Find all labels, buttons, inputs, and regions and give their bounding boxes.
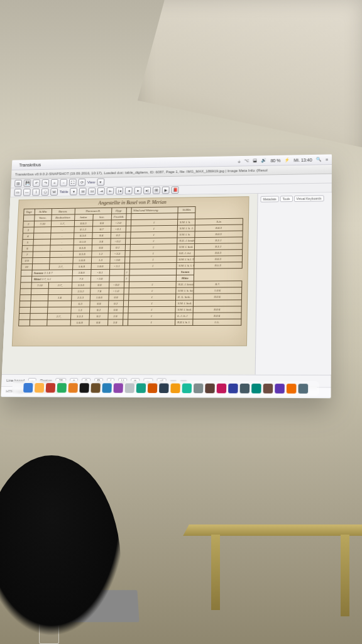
- baseline-tool-icon[interactable]: ⌇: [32, 189, 40, 196]
- add-col-icon[interactable]: ⊟: [88, 187, 96, 195]
- dock-app-18[interactable]: [228, 383, 238, 393]
- dock-app-16[interactable]: [205, 383, 215, 392]
- rotate-icon[interactable]: ⟳: [78, 179, 85, 186]
- projected-screen: Transkribus ⏚ ⌥ ⬓ 🔊 80 % ⚡ Mi. 13:40 🔍 ≡…: [1, 154, 332, 398]
- document-canvas[interactable]: Angestellte in Basel von P. Merian Tage …: [2, 194, 258, 375]
- app-menu[interactable]: Transkribus: [19, 162, 41, 167]
- wifi-icon[interactable]: ⏚: [238, 158, 241, 163]
- dock-app-23[interactable]: [286, 384, 296, 394]
- side-panel-tabs: Metadata Tools Virtual Keyboards: [260, 195, 329, 202]
- side-panel: Metadata Tools Virtual Keyboards: [255, 192, 332, 374]
- macos-dock: [12, 380, 319, 396]
- dock-app-20[interactable]: [251, 383, 261, 393]
- dock-app-11[interactable]: [147, 383, 157, 392]
- add-row-icon[interactable]: ⊞: [79, 188, 87, 196]
- wooden-desk: [186, 487, 362, 619]
- dock-app-12[interactable]: [159, 383, 169, 392]
- view-dropdown[interactable]: View: [87, 180, 96, 184]
- spotlight-icon[interactable]: 🔍: [316, 157, 322, 162]
- dock-app-13[interactable]: [170, 383, 180, 392]
- volume-icon[interactable]: 🔊: [261, 158, 266, 163]
- dock-app-2[interactable]: [45, 383, 55, 392]
- dock-app-0[interactable]: [23, 383, 33, 392]
- dock-app-15[interactable]: [193, 383, 203, 392]
- historical-document[interactable]: Angestellte in Basel von P. Merian Tage …: [11, 196, 249, 347]
- dock-app-8[interactable]: [113, 383, 123, 392]
- dock-app-3[interactable]: [57, 383, 67, 392]
- dock-app-7[interactable]: [102, 383, 112, 392]
- redo-icon[interactable]: ↷: [41, 179, 49, 187]
- dock-app-22[interactable]: [275, 384, 285, 394]
- dock-app-1[interactable]: [34, 383, 43, 392]
- fit-icon[interactable]: ⛶: [69, 179, 77, 186]
- dock-app-14[interactable]: [182, 383, 192, 392]
- nav-last-icon[interactable]: ▸|: [143, 187, 151, 194]
- tab-metadata[interactable]: Metadata: [260, 196, 278, 202]
- split-icon[interactable]: ⇥: [97, 187, 105, 195]
- table-dropdown[interactable]: Table: [60, 190, 69, 194]
- dock-app-9[interactable]: [124, 383, 134, 392]
- dock-app-24[interactable]: [298, 384, 308, 394]
- chevron-down-icon[interactable]: ▾: [70, 188, 77, 196]
- zoom-in-icon[interactable]: ＋: [51, 179, 58, 187]
- main-area: Angestellte in Basel von P. Merian Tage …: [2, 192, 332, 374]
- run-icon[interactable]: ▶: [162, 186, 170, 194]
- room-background: Transkribus ⏚ ⌥ ⬓ 🔊 80 % ⚡ Mi. 13:40 🔍 ≡…: [0, 0, 362, 644]
- zoom-out-icon[interactable]: －: [60, 179, 67, 187]
- dock-app-17[interactable]: [216, 383, 226, 393]
- battery-status[interactable]: 80 %: [270, 158, 280, 162]
- table-row[interactable]: 5.6.88.8 3.01N.E l. h. l1.5.: [18, 319, 241, 326]
- open-icon[interactable]: ▥: [14, 180, 22, 187]
- word-tool-icon[interactable]: W: [50, 188, 58, 196]
- save-icon[interactable]: 💾: [23, 180, 31, 187]
- dock-app-5[interactable]: [79, 383, 89, 392]
- notifications-icon[interactable]: ≡: [326, 157, 328, 162]
- charging-icon: ⚡: [284, 158, 290, 163]
- dock-app-21[interactable]: [263, 383, 273, 393]
- undo-icon[interactable]: ↶: [33, 179, 40, 187]
- dock-app-6[interactable]: [90, 383, 101, 392]
- dock-app-4[interactable]: [68, 383, 78, 392]
- nav-prev-icon[interactable]: ◂: [125, 187, 133, 194]
- ceiling-panel: [138, 0, 362, 167]
- nav-next-icon[interactable]: ▸: [134, 187, 142, 194]
- dock-app-10[interactable]: [136, 383, 146, 392]
- github-icon[interactable]: ⌥: [244, 158, 250, 164]
- menubar-status-area: ⏚ ⌥ ⬓ 🔊 80 % ⚡ Mi. 13:40 🔍 ≡: [238, 157, 328, 163]
- dock-app-19[interactable]: [239, 383, 250, 393]
- polygon-tool-icon[interactable]: ⬠: [41, 188, 49, 196]
- nav-first-icon[interactable]: |◂: [116, 187, 123, 195]
- tab-virtual-keyboards[interactable]: Virtual Keyboards: [293, 195, 324, 202]
- dropbox-icon[interactable]: ⬓: [253, 158, 257, 163]
- region-tool-icon[interactable]: ▭: [14, 189, 21, 196]
- line-tool-icon[interactable]: ―: [23, 189, 31, 196]
- document-table: Tage St.Min Barom. Thermom R. Hygr Wind …: [18, 206, 243, 326]
- clock[interactable]: Mi. 13:40: [294, 157, 312, 162]
- tab-tools[interactable]: Tools: [280, 196, 293, 202]
- merge-icon[interactable]: ⇤: [107, 187, 114, 195]
- book-icon[interactable]: 📕: [172, 186, 179, 194]
- structure-icon[interactable]: 卌: [153, 187, 160, 194]
- chevron-down-icon[interactable]: ▾: [97, 179, 104, 186]
